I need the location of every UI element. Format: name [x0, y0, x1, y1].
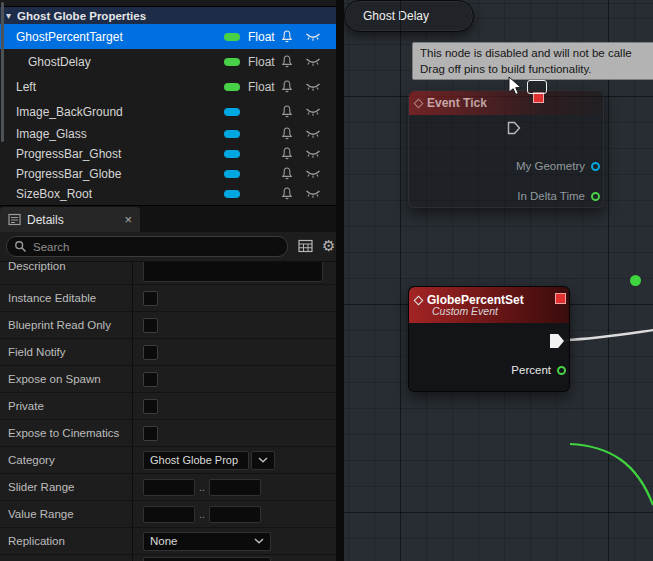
property-row-category: Category Ghost Globe Prop [0, 447, 336, 474]
eye-closed-icon[interactable] [305, 82, 321, 91]
description-input[interactable] [143, 262, 323, 282]
bell-icon[interactable] [281, 147, 293, 160]
bell-icon[interactable] [281, 55, 293, 68]
eye-closed-icon[interactable] [305, 129, 321, 138]
expose-to-cinematics-checkbox[interactable] [143, 426, 158, 441]
variable-type-pill [224, 130, 240, 138]
scrollbar-thumb[interactable] [1, 2, 4, 142]
eye-closed-icon[interactable] [305, 32, 321, 41]
float-wire[interactable] [570, 444, 653, 505]
unreal-blueprint-editor: ▾ Ghost Globe Properties GhostPercentTar… [0, 0, 653, 561]
variable-row-sizebox-root[interactable]: SizeBox_Root [0, 184, 336, 204]
property-label: Field Notify [8, 346, 66, 358]
eye-closed-icon[interactable] [305, 149, 321, 158]
cursor-node-badge [527, 80, 547, 94]
property-label: Slider Range [8, 481, 74, 493]
node-header: GlobePercentSet Custom Event [409, 287, 569, 323]
value-range-min-input[interactable] [143, 506, 195, 523]
slider-range-max-input[interactable] [209, 479, 261, 496]
bell-icon[interactable] [281, 167, 293, 180]
property-label: Category [8, 454, 55, 466]
eye-closed-icon[interactable] [305, 107, 321, 116]
eye-closed-icon[interactable] [305, 189, 321, 198]
variable-row-ghostpercenttarget[interactable]: GhostPercentTarget Float [0, 24, 336, 49]
variable-type-pill [224, 58, 240, 66]
instance-editable-checkbox[interactable] [143, 291, 158, 306]
eye-closed-icon[interactable] [305, 57, 321, 66]
tab-details[interactable]: Details × [0, 207, 140, 232]
tooltip-line-2: Drag off pins to build functionality. [420, 61, 653, 77]
tooltip-line-1: This node is disabled and will not be ca… [420, 45, 653, 61]
variable-row-image-background[interactable]: Image_BackGround [0, 99, 336, 124]
bell-icon[interactable] [281, 80, 293, 93]
value-range-max-input[interactable] [209, 506, 261, 523]
bell-icon[interactable] [281, 30, 293, 43]
bell-icon[interactable] [281, 187, 293, 200]
geometry-out-pin[interactable] [591, 162, 600, 171]
property-row-clipped [0, 555, 336, 561]
replication-dropdown[interactable]: None [143, 532, 271, 551]
close-icon[interactable]: × [124, 213, 132, 226]
exec-out-pin[interactable] [507, 121, 521, 138]
bell-icon[interactable] [281, 127, 293, 140]
category-value: Ghost Globe Prop [150, 454, 238, 466]
variable-type-label: Float [248, 30, 275, 44]
pin-row-my-geometry: My Geometry [516, 160, 600, 172]
variable-type-label: Float [248, 55, 275, 69]
blueprint-graph[interactable]: Event Tick My Geometry In Delta Time Glo… [344, 0, 653, 561]
private-checkbox[interactable] [143, 399, 158, 414]
category-title: Ghost Globe Properties [17, 10, 146, 22]
details-tabstrip: Details × [0, 206, 336, 232]
delta-time-out-pin[interactable] [591, 192, 600, 201]
property-row-blueprint-read-only: Blueprint Read Only [0, 312, 336, 339]
variable-row-progressbar-ghost[interactable]: ProgressBar_Ghost [0, 144, 336, 164]
replication-value: None [150, 535, 178, 547]
blueprint-read-only-checkbox[interactable] [143, 318, 158, 333]
details-toolbar: ⚙ [0, 232, 336, 262]
property-label: Value Range [8, 508, 74, 520]
grid-view-icon[interactable] [298, 239, 313, 256]
variable-row-image-glass[interactable]: Image_Glass [0, 124, 336, 144]
search-input[interactable] [6, 236, 288, 257]
percent-out-pin[interactable] [557, 366, 566, 375]
variable-row-left[interactable]: Left Float [0, 74, 336, 99]
property-row-expose-on-spawn: Expose on Spawn [0, 366, 336, 393]
category-combobox[interactable]: Ghost Globe Prop [143, 451, 249, 470]
slider-range-min-input[interactable] [143, 479, 195, 496]
panel-divider[interactable] [336, 0, 344, 561]
eye-closed-icon[interactable] [305, 169, 321, 178]
variable-category-header[interactable]: ▾ Ghost Globe Properties [0, 7, 336, 24]
clipped-input[interactable] [143, 557, 271, 561]
variable-name: SizeBox_Root [16, 187, 92, 201]
property-row-description: Description [0, 262, 336, 285]
exec-wire[interactable] [565, 330, 653, 340]
variable-row-ghostdelay[interactable]: GhostDelay Float [0, 49, 336, 74]
property-label: Blueprint Read Only [8, 319, 111, 331]
expose-on-spawn-checkbox[interactable] [143, 372, 158, 387]
scrollbar[interactable] [0, 0, 5, 205]
my-blueprint-panel: ▾ Ghost Globe Properties GhostPercentTar… [0, 0, 336, 561]
property-label: Expose to Cinematics [8, 427, 119, 439]
details-panel: Details × ⚙ Description Instance Editabl… [0, 205, 336, 561]
bell-icon[interactable] [281, 105, 293, 118]
variable-type-pill [224, 108, 240, 116]
custom-event-icon [414, 295, 424, 305]
category-dropdown-button[interactable] [251, 451, 275, 470]
node-event-tick[interactable]: Event Tick My Geometry In Delta Time [408, 90, 604, 208]
variables-list: ▾ Ghost Globe Properties GhostPercentTar… [0, 0, 336, 205]
node-globe-percent-set[interactable]: GlobePercentSet Custom Event Percent [408, 286, 570, 392]
field-notify-checkbox[interactable] [143, 345, 158, 360]
search-icon [14, 240, 27, 256]
node-title: Event Tick [427, 96, 487, 110]
variable-name: ProgressBar_Globe [16, 167, 121, 181]
property-row-value-range: Value Range .. [0, 501, 336, 528]
variable-row-progressbar-globe[interactable]: ProgressBar_Globe [0, 164, 336, 184]
node-header: Event Tick [409, 91, 603, 115]
chevron-down-icon [254, 538, 264, 544]
property-row-slider-range: Slider Range .. [0, 474, 336, 501]
property-row-private: Private [0, 393, 336, 420]
exec-out-pin[interactable] [550, 334, 564, 348]
property-label: Expose on Spawn [8, 373, 101, 385]
variable-type-pill [224, 33, 240, 41]
gear-icon[interactable]: ⚙ [322, 237, 335, 255]
